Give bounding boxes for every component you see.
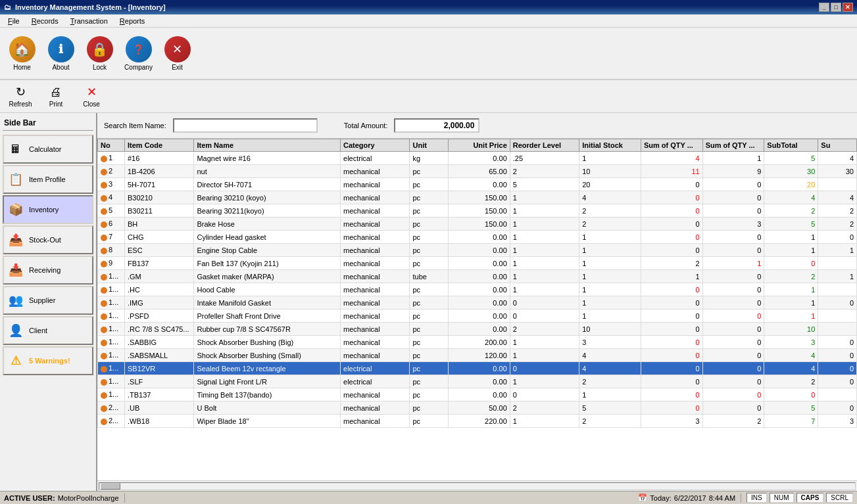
cell-no: 1...: [98, 296, 125, 309]
calculator-icon: 🖩: [7, 140, 25, 158]
table-row[interactable]: 7CHGCylinder Head gasketmechanicalpc0.00…: [98, 231, 857, 244]
cell-category: mechanical: [341, 191, 410, 204]
cell-name: Cylinder Head gasket: [194, 231, 341, 244]
table-row[interactable]: 2....WB18Wiper Blade 18"mechanicalpc220.…: [98, 415, 857, 428]
menu-records[interactable]: Records: [26, 16, 64, 26]
exit-button[interactable]: ✕ Exit: [159, 30, 195, 76]
cell-qty2: 0: [702, 178, 764, 191]
cell-qty1: 0: [641, 296, 702, 309]
close-button[interactable]: ✕ Close: [75, 82, 108, 111]
cell-qty1: 0: [641, 204, 702, 218]
cell-initial-stock: 3: [579, 336, 641, 349]
cell-name: Shock Absorber Bushing (Small): [194, 349, 341, 362]
table-row[interactable]: 1....GMGasket maker (MARPA)mechanicaltub…: [98, 270, 857, 283]
cell-subtotal: 1: [764, 244, 818, 257]
about-icon: ℹ: [48, 36, 74, 62]
cell-no: 1...: [98, 283, 125, 296]
table-row[interactable]: 21B-4206nutmechanicalpc65.002101193030: [98, 165, 857, 178]
cell-code: ESC: [125, 244, 194, 257]
sidebar-item-inventory[interactable]: 📦 Inventory: [3, 195, 93, 224]
print-button[interactable]: 🖨 Print: [39, 82, 72, 111]
cell-reorder: 1: [510, 257, 579, 270]
cell-su: [818, 178, 857, 191]
cell-price: 65.00: [449, 165, 510, 178]
cell-unit: pc: [410, 218, 449, 231]
horizontal-scrollbar[interactable]: [97, 480, 857, 491]
cell-qty2: 0: [702, 204, 764, 218]
lock-button[interactable]: 🔒 Lock: [82, 30, 118, 76]
sidebar-item-client[interactable]: 👤 Client: [3, 316, 93, 345]
cell-name: Director 5H-7071: [194, 178, 341, 191]
cell-name: Fan Belt 137 (Kyojin 211): [194, 257, 341, 270]
scrollbar-thumb[interactable]: [101, 483, 120, 490]
sidebar-item-warnings[interactable]: ⚠ 5 Warnings!: [3, 346, 93, 375]
menu-file[interactable]: File: [3, 16, 25, 26]
cell-subtotal: 2: [764, 270, 818, 283]
table-row[interactable]: 4B30210Bearing 30210 (koyo)mechanicalpc1…: [98, 191, 857, 204]
stock-out-label: Stock-Out: [29, 236, 61, 244]
table-row[interactable]: 1....SLFSignal Light Front L/Relectrical…: [98, 375, 857, 388]
table-row[interactable]: 1#16Magnet wire #16electricalkg0.00.2514…: [98, 152, 857, 165]
search-label: Search Item Name:: [104, 122, 166, 129]
table-row[interactable]: 35H-7071Director 5H-7071mechanicalpc0.00…: [98, 178, 857, 191]
cell-reorder: 2: [510, 165, 579, 178]
table-row[interactable]: 1....HCHood Cablemechanicalpc0.0011001: [98, 283, 857, 296]
table-row[interactable]: 8ESCEngine Stop Cablemechanicalpc0.00110…: [98, 244, 857, 257]
table-row[interactable]: 1...SB12VRSealed Beem 12v rectangleelect…: [98, 362, 857, 375]
cell-su: 0: [818, 336, 857, 349]
about-label: About: [52, 64, 69, 71]
minimize-button[interactable]: _: [819, 3, 829, 12]
sidebar-item-item-profile[interactable]: 📋 Item Profile: [3, 165, 93, 194]
sidebar-item-calculator[interactable]: 🖩 Calculator: [3, 135, 93, 164]
cell-unit: pc: [410, 191, 449, 204]
cell-category: mechanical: [341, 415, 410, 428]
cell-qty1: 0: [641, 336, 702, 349]
table-row[interactable]: 2....UBU Boltmechanicalpc50.00250050: [98, 401, 857, 415]
cell-no: 1...: [98, 323, 125, 336]
status-bar: ACTIVE USER: MotorPoolIncharge 📅 Today: …: [0, 491, 857, 504]
search-input[interactable]: [173, 118, 318, 133]
home-icon: 🏠: [9, 36, 36, 62]
table-row[interactable]: 1....SABSMALLShock Absorber Bushing (Sma…: [98, 349, 857, 362]
cell-price: 0.00: [449, 270, 510, 283]
table-row[interactable]: 1....IMGIntake Manifold Gasketmechanical…: [98, 296, 857, 309]
close-window-button[interactable]: ✕: [843, 3, 853, 12]
cell-unit: pc: [410, 165, 449, 178]
sidebar-item-receiving[interactable]: 📥 Receiving: [3, 256, 93, 285]
company-button[interactable]: ❓ Company: [120, 30, 157, 76]
cell-price: 0.00: [449, 178, 510, 191]
sidebar-item-supplier[interactable]: 👥 Supplier: [3, 286, 93, 315]
print-icon: 🖨: [50, 85, 62, 99]
table-row[interactable]: 1....SABBIGShock Absorber Bushing (Big)m…: [98, 336, 857, 349]
refresh-button[interactable]: ↻ Refresh: [4, 82, 37, 111]
total-amount-field[interactable]: [394, 118, 479, 133]
about-button[interactable]: ℹ About: [43, 30, 79, 76]
client-icon: 👤: [7, 321, 25, 340]
table-row[interactable]: 6BHBrake Hosemechanicalpc150.00120352: [98, 218, 857, 231]
menu-transaction[interactable]: Transaction: [65, 16, 113, 26]
cell-category: mechanical: [341, 257, 410, 270]
cell-reorder: 1: [510, 283, 579, 296]
cell-su: 2: [818, 218, 857, 231]
cell-category: mechanical: [341, 178, 410, 191]
table-row[interactable]: 1....TB137Timing Belt 137(bando)mechanic…: [98, 388, 857, 401]
stock-out-icon: 📤: [7, 231, 25, 249]
cell-su: [818, 323, 857, 336]
table-row[interactable]: 5B30211Bearing 30211(koyo)mechanicalpc15…: [98, 204, 857, 218]
menu-reports[interactable]: Reports: [114, 16, 151, 26]
cell-name: Wiper Blade 18": [194, 415, 341, 428]
home-button[interactable]: 🏠 Home: [4, 30, 40, 76]
cell-unit: pc: [410, 388, 449, 401]
cell-qty1: 4: [641, 152, 702, 165]
cell-code: .HC: [125, 283, 194, 296]
cell-code: .WB18: [125, 415, 194, 428]
restore-button[interactable]: □: [831, 3, 841, 12]
table-row[interactable]: 1....PSFDProfeller Shaft Front Drivemech…: [98, 309, 857, 323]
cell-code: .RC 7/8 S SC475...: [125, 323, 194, 336]
table-row[interactable]: 1....RC 7/8 S SC475...Rubber cup 7/8 S S…: [98, 323, 857, 336]
cell-su: 3: [818, 415, 857, 428]
cell-reorder: 0: [510, 362, 579, 375]
table-row[interactable]: 9FB137Fan Belt 137 (Kyojin 211)mechanica…: [98, 257, 857, 270]
cell-code: .TB137: [125, 388, 194, 401]
sidebar-item-stock-out[interactable]: 📤 Stock-Out: [3, 225, 93, 254]
